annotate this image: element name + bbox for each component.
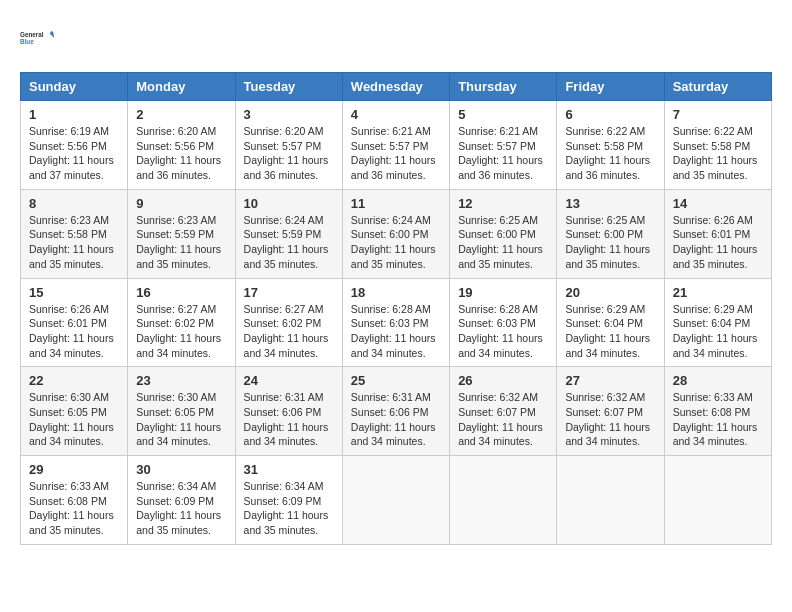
day-number: 7 — [673, 107, 763, 122]
calendar-body: 1Sunrise: 6:19 AMSunset: 5:56 PMDaylight… — [21, 101, 772, 545]
calendar-cell: 12Sunrise: 6:25 AMSunset: 6:00 PMDayligh… — [450, 189, 557, 278]
day-info: Sunrise: 6:26 AMSunset: 6:01 PMDaylight:… — [673, 213, 763, 272]
calendar-cell — [450, 456, 557, 545]
calendar-table: SundayMondayTuesdayWednesdayThursdayFrid… — [20, 72, 772, 545]
day-number: 15 — [29, 285, 119, 300]
day-info: Sunrise: 6:21 AMSunset: 5:57 PMDaylight:… — [458, 124, 548, 183]
day-number: 14 — [673, 196, 763, 211]
day-info: Sunrise: 6:20 AMSunset: 5:56 PMDaylight:… — [136, 124, 226, 183]
day-number: 19 — [458, 285, 548, 300]
day-number: 6 — [565, 107, 655, 122]
weekday-header-friday: Friday — [557, 73, 664, 101]
day-info: Sunrise: 6:23 AMSunset: 5:59 PMDaylight:… — [136, 213, 226, 272]
calendar-cell: 24Sunrise: 6:31 AMSunset: 6:06 PMDayligh… — [235, 367, 342, 456]
day-number: 10 — [244, 196, 334, 211]
calendar-cell: 9Sunrise: 6:23 AMSunset: 5:59 PMDaylight… — [128, 189, 235, 278]
day-info: Sunrise: 6:34 AMSunset: 6:09 PMDaylight:… — [136, 479, 226, 538]
calendar-cell: 8Sunrise: 6:23 AMSunset: 5:58 PMDaylight… — [21, 189, 128, 278]
day-number: 9 — [136, 196, 226, 211]
day-info: Sunrise: 6:24 AMSunset: 5:59 PMDaylight:… — [244, 213, 334, 272]
calendar-cell: 16Sunrise: 6:27 AMSunset: 6:02 PMDayligh… — [128, 278, 235, 367]
day-number: 27 — [565, 373, 655, 388]
day-info: Sunrise: 6:23 AMSunset: 5:58 PMDaylight:… — [29, 213, 119, 272]
day-info: Sunrise: 6:33 AMSunset: 6:08 PMDaylight:… — [29, 479, 119, 538]
calendar-week-4: 22Sunrise: 6:30 AMSunset: 6:05 PMDayligh… — [21, 367, 772, 456]
calendar-cell: 14Sunrise: 6:26 AMSunset: 6:01 PMDayligh… — [664, 189, 771, 278]
calendar-cell: 20Sunrise: 6:29 AMSunset: 6:04 PMDayligh… — [557, 278, 664, 367]
weekday-header-thursday: Thursday — [450, 73, 557, 101]
calendar-cell: 28Sunrise: 6:33 AMSunset: 6:08 PMDayligh… — [664, 367, 771, 456]
day-info: Sunrise: 6:30 AMSunset: 6:05 PMDaylight:… — [136, 390, 226, 449]
svg-text:General: General — [20, 31, 44, 38]
day-info: Sunrise: 6:28 AMSunset: 6:03 PMDaylight:… — [351, 302, 441, 361]
day-info: Sunrise: 6:27 AMSunset: 6:02 PMDaylight:… — [136, 302, 226, 361]
day-info: Sunrise: 6:31 AMSunset: 6:06 PMDaylight:… — [244, 390, 334, 449]
weekday-header-monday: Monday — [128, 73, 235, 101]
day-number: 20 — [565, 285, 655, 300]
day-number: 2 — [136, 107, 226, 122]
logo: General Blue — [20, 20, 56, 56]
day-number: 5 — [458, 107, 548, 122]
day-info: Sunrise: 6:25 AMSunset: 6:00 PMDaylight:… — [458, 213, 548, 272]
calendar-cell: 6Sunrise: 6:22 AMSunset: 5:58 PMDaylight… — [557, 101, 664, 190]
day-number: 16 — [136, 285, 226, 300]
calendar-week-5: 29Sunrise: 6:33 AMSunset: 6:08 PMDayligh… — [21, 456, 772, 545]
day-info: Sunrise: 6:30 AMSunset: 6:05 PMDaylight:… — [29, 390, 119, 449]
day-number: 13 — [565, 196, 655, 211]
day-info: Sunrise: 6:28 AMSunset: 6:03 PMDaylight:… — [458, 302, 548, 361]
calendar-cell: 15Sunrise: 6:26 AMSunset: 6:01 PMDayligh… — [21, 278, 128, 367]
day-info: Sunrise: 6:31 AMSunset: 6:06 PMDaylight:… — [351, 390, 441, 449]
day-info: Sunrise: 6:24 AMSunset: 6:00 PMDaylight:… — [351, 213, 441, 272]
calendar-cell: 5Sunrise: 6:21 AMSunset: 5:57 PMDaylight… — [450, 101, 557, 190]
weekday-header-sunday: Sunday — [21, 73, 128, 101]
weekday-header-wednesday: Wednesday — [342, 73, 449, 101]
logo-icon: General Blue — [20, 20, 56, 56]
weekday-header-saturday: Saturday — [664, 73, 771, 101]
day-number: 23 — [136, 373, 226, 388]
day-number: 25 — [351, 373, 441, 388]
calendar-cell: 29Sunrise: 6:33 AMSunset: 6:08 PMDayligh… — [21, 456, 128, 545]
calendar-cell — [342, 456, 449, 545]
day-number: 8 — [29, 196, 119, 211]
day-number: 18 — [351, 285, 441, 300]
day-number: 4 — [351, 107, 441, 122]
day-number: 22 — [29, 373, 119, 388]
calendar-header-row: SundayMondayTuesdayWednesdayThursdayFrid… — [21, 73, 772, 101]
day-info: Sunrise: 6:21 AMSunset: 5:57 PMDaylight:… — [351, 124, 441, 183]
calendar-cell: 10Sunrise: 6:24 AMSunset: 5:59 PMDayligh… — [235, 189, 342, 278]
calendar-cell: 19Sunrise: 6:28 AMSunset: 6:03 PMDayligh… — [450, 278, 557, 367]
calendar-week-2: 8Sunrise: 6:23 AMSunset: 5:58 PMDaylight… — [21, 189, 772, 278]
weekday-header-tuesday: Tuesday — [235, 73, 342, 101]
calendar-cell: 26Sunrise: 6:32 AMSunset: 6:07 PMDayligh… — [450, 367, 557, 456]
calendar-cell: 7Sunrise: 6:22 AMSunset: 5:58 PMDaylight… — [664, 101, 771, 190]
calendar-week-3: 15Sunrise: 6:26 AMSunset: 6:01 PMDayligh… — [21, 278, 772, 367]
calendar-cell: 4Sunrise: 6:21 AMSunset: 5:57 PMDaylight… — [342, 101, 449, 190]
svg-marker-2 — [50, 31, 56, 38]
calendar-cell: 13Sunrise: 6:25 AMSunset: 6:00 PMDayligh… — [557, 189, 664, 278]
day-number: 24 — [244, 373, 334, 388]
day-number: 1 — [29, 107, 119, 122]
page-header: General Blue — [20, 20, 772, 56]
day-info: Sunrise: 6:32 AMSunset: 6:07 PMDaylight:… — [458, 390, 548, 449]
calendar-cell: 23Sunrise: 6:30 AMSunset: 6:05 PMDayligh… — [128, 367, 235, 456]
day-number: 3 — [244, 107, 334, 122]
day-info: Sunrise: 6:25 AMSunset: 6:00 PMDaylight:… — [565, 213, 655, 272]
day-number: 26 — [458, 373, 548, 388]
calendar-cell — [557, 456, 664, 545]
day-info: Sunrise: 6:33 AMSunset: 6:08 PMDaylight:… — [673, 390, 763, 449]
calendar-cell: 18Sunrise: 6:28 AMSunset: 6:03 PMDayligh… — [342, 278, 449, 367]
calendar-cell: 27Sunrise: 6:32 AMSunset: 6:07 PMDayligh… — [557, 367, 664, 456]
calendar-cell — [664, 456, 771, 545]
day-number: 29 — [29, 462, 119, 477]
day-info: Sunrise: 6:29 AMSunset: 6:04 PMDaylight:… — [673, 302, 763, 361]
day-info: Sunrise: 6:19 AMSunset: 5:56 PMDaylight:… — [29, 124, 119, 183]
day-info: Sunrise: 6:32 AMSunset: 6:07 PMDaylight:… — [565, 390, 655, 449]
calendar-cell: 31Sunrise: 6:34 AMSunset: 6:09 PMDayligh… — [235, 456, 342, 545]
day-info: Sunrise: 6:22 AMSunset: 5:58 PMDaylight:… — [673, 124, 763, 183]
day-number: 11 — [351, 196, 441, 211]
day-info: Sunrise: 6:29 AMSunset: 6:04 PMDaylight:… — [565, 302, 655, 361]
day-info: Sunrise: 6:34 AMSunset: 6:09 PMDaylight:… — [244, 479, 334, 538]
day-number: 12 — [458, 196, 548, 211]
day-number: 17 — [244, 285, 334, 300]
day-info: Sunrise: 6:20 AMSunset: 5:57 PMDaylight:… — [244, 124, 334, 183]
